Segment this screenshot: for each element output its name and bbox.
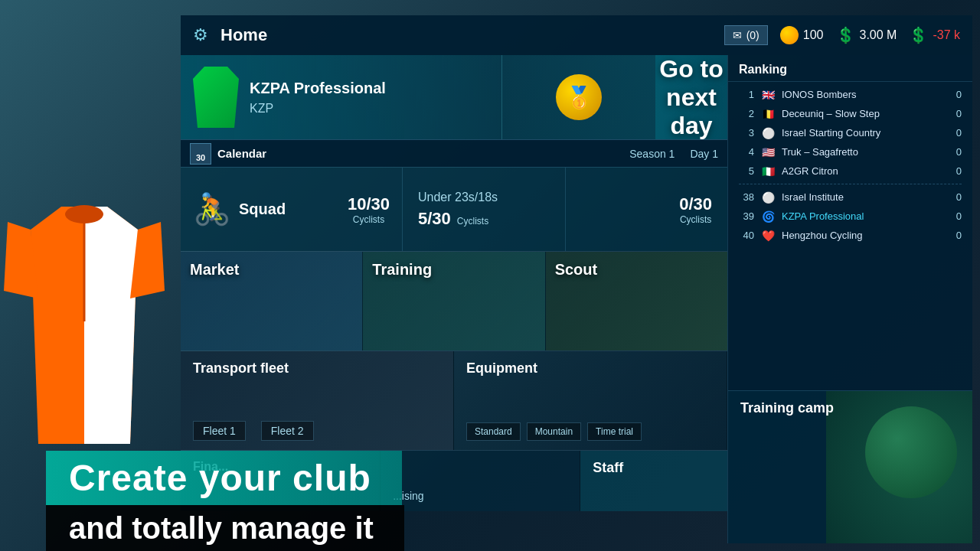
season-info: Season 1	[629, 148, 675, 160]
points-5: 0	[956, 165, 962, 177]
page-title: Home	[220, 25, 267, 45]
team-name-38: Israel Institute	[782, 191, 950, 203]
training-card[interactable]: Training	[363, 252, 545, 350]
money-section: 💲 3.00 M	[836, 26, 897, 44]
points-40: 0	[956, 230, 962, 241]
rank-num-38: 38	[739, 191, 754, 203]
day-info: Day 1	[690, 148, 718, 160]
under23-title: Under 23s/18s	[418, 191, 498, 204]
u23-count: 5/30	[418, 209, 451, 229]
ranking-item-40[interactable]: 40 ❤️ Hengzhou Cycling 0	[728, 226, 972, 245]
equip-title: Equipment	[466, 360, 714, 377]
coins-section: 100	[780, 26, 824, 44]
rank-num-4: 4	[739, 146, 754, 158]
points-38: 0	[956, 191, 962, 203]
ranking-item-4[interactable]: 4 🇺🇸 Truk – Sagafretto 0	[728, 142, 972, 161]
right-label: Cyclists	[679, 214, 712, 225]
scout-card[interactable]: Scout	[546, 252, 727, 350]
transport-title: Transport fleet	[193, 360, 441, 377]
svg-point-4	[65, 205, 103, 223]
ranking-divider	[739, 184, 962, 184]
next-day-label: Go to next day	[655, 55, 727, 139]
team-name-40: Hengzhou Cycling	[782, 230, 950, 241]
next-day-button[interactable]: Go to next day	[655, 55, 727, 139]
medal-area: 🥇	[502, 55, 655, 139]
market-card[interactable]: Market	[181, 252, 363, 350]
top-bar: ⚙ Home ✉ (0) 100 💲 3.00 M 💲 -37 k	[181, 15, 972, 55]
flag-2: 🇧🇪	[760, 109, 776, 119]
fleet2-label: Fleet 2	[261, 421, 314, 441]
mail-button[interactable]: ✉ (0)	[724, 25, 768, 45]
svg-marker-1	[84, 207, 138, 444]
mail-icon: ✉	[733, 29, 742, 41]
points-3: 0	[956, 127, 962, 139]
flag-40: ❤️	[760, 230, 776, 241]
ranking-item-5[interactable]: 5 🇮🇹 A2GR Citron 0	[728, 161, 972, 181]
squad-cyclist-icon: 🚴	[193, 191, 231, 227]
money-icon: 💲	[836, 26, 855, 44]
ranking-item-39[interactable]: 39 🌀 KZPA Professional 0	[728, 207, 972, 226]
points-1: 0	[956, 89, 962, 100]
team-name-5: A2GR Citron	[782, 165, 950, 177]
jersey-display	[0, 199, 176, 490]
banner-line1: Create your club	[46, 451, 402, 505]
squad-main-count: 10/30	[348, 194, 390, 214]
gold-medal: 🥇	[556, 74, 602, 120]
balance-icon: 💲	[909, 26, 928, 44]
balance-value: -37 k	[933, 28, 960, 42]
rank-num-39: 39	[739, 210, 754, 222]
calendar-number: 30	[196, 153, 205, 162]
rank-num-1: 1	[739, 89, 754, 100]
bottom-grid: Transport fleet Fleet 1 Fleet 2 Equipmen…	[181, 350, 727, 450]
flag-4: 🇺🇸	[760, 147, 776, 158]
ranking-item-38[interactable]: 38 ⚪ Israel Institute 0	[728, 187, 972, 207]
squad-right: 0/30 Cyclists	[566, 168, 728, 251]
training-label: Training	[372, 261, 432, 279]
training-camp-title: Training camp	[740, 400, 960, 416]
calendar-icon-area[interactable]: 30 Calendar	[190, 143, 266, 165]
transport-card[interactable]: Transport fleet Fleet 1 Fleet 2	[181, 351, 454, 450]
flag-38: ⚪	[760, 192, 776, 203]
team-header: KZPA Professional KZP 🥇 Go to next day	[181, 55, 727, 139]
banner-line2: and totally manage it	[46, 505, 404, 551]
coins-value: 100	[803, 28, 824, 42]
calendar-icon: 30	[190, 143, 211, 165]
squad-main-label: Cyclists	[348, 214, 390, 225]
equip-timetrial: Time trial	[587, 422, 642, 441]
jersey-svg	[0, 199, 168, 474]
menu-icon[interactable]: ⚙	[193, 25, 208, 45]
market-label: Market	[190, 261, 239, 279]
points-4: 0	[956, 146, 962, 158]
flag-3: ⚪	[760, 128, 776, 139]
squad-section[interactable]: 🚴 Squad 10/30 Cyclists Under 23s/18s 5/3…	[181, 167, 727, 251]
points-39: 0	[956, 210, 962, 222]
transport-fleet: Fleet 1 Fleet 2	[193, 421, 314, 441]
ranking-item-2[interactable]: 2 🇧🇪 Deceuniq – Slow Step 0	[728, 104, 972, 123]
flag-5: 🇮🇹	[760, 166, 776, 177]
points-2: 0	[956, 108, 962, 119]
equip-standard: Standard	[466, 422, 521, 441]
team-name-2: Deceuniq – Slow Step	[782, 108, 950, 119]
ranking-item-3[interactable]: 3 ⚪ Israel Starting Country 0	[728, 123, 972, 142]
squad-under23: Under 23s/18s 5/30 Cyclists	[403, 168, 566, 251]
fleet1-label: Fleet 1	[193, 421, 246, 441]
equip-types: Standard Mountain Time trial	[466, 422, 642, 441]
calendar-bar: 30 Calendar Season 1 Day 1	[181, 139, 727, 167]
team-name-39: KZPA Professional	[782, 210, 950, 222]
team-name-1: IONOS Bombers	[782, 89, 950, 100]
team-text: KZPA Professional KZP	[250, 80, 386, 116]
action-grid: Market Training Scout	[181, 251, 727, 350]
equipment-card[interactable]: Equipment Standard Mountain Time trial	[454, 351, 727, 450]
ranking-list: 1 🇬🇧 IONOS Bombers 0 2 🇧🇪 Deceuniq – Slo…	[728, 82, 972, 390]
ranking-header: Ranking	[728, 55, 972, 82]
bottom-banner: Create your club and totally manage it	[0, 452, 980, 551]
squad-title: Squad	[239, 201, 286, 218]
team-info: KZPA Professional KZP	[181, 55, 502, 139]
calendar-label: Calendar	[217, 147, 266, 160]
rank-num-5: 5	[739, 165, 754, 177]
team-abbr: KZP	[250, 102, 386, 116]
team-name-3: Israel Starting Country	[782, 127, 950, 139]
ranking-item-1[interactable]: 1 🇬🇧 IONOS Bombers 0	[728, 85, 972, 104]
balance-section: 💲 -37 k	[909, 26, 960, 44]
rank-num-3: 3	[739, 127, 754, 139]
